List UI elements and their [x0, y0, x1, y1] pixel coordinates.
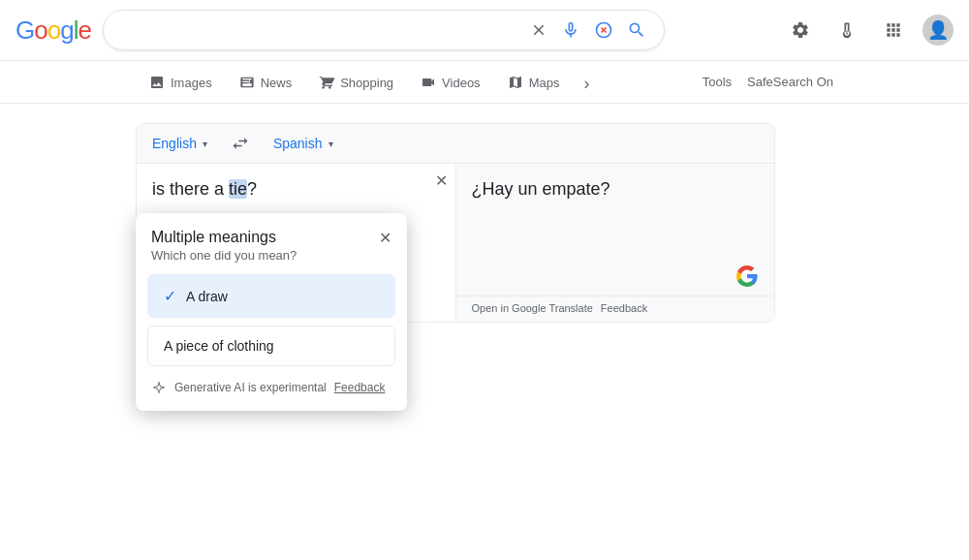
search-icons [528, 18, 648, 42]
nav-tabs: Images News Shopping Videos Maps › Tools… [0, 61, 969, 104]
swap-icon [231, 134, 250, 153]
translate-right-panel: ¿Hay un empate? Open in Google Translate… [456, 164, 775, 322]
voice-search-button[interactable] [559, 18, 582, 42]
microphone-icon [561, 20, 580, 40]
clear-search-button[interactable] [528, 19, 549, 41]
more-tabs-button[interactable]: › [573, 71, 600, 98]
search-input[interactable]: translate english to spanish [119, 21, 520, 39]
translated-text: ¿Hay un empate? [472, 179, 610, 199]
source-lang-label: English [152, 136, 197, 151]
video-nav-icon [421, 75, 436, 90]
tab-videos[interactable]: Videos [407, 65, 494, 103]
apps-button[interactable] [876, 13, 911, 47]
source-lang-arrow: ▾ [203, 139, 207, 149]
google-logo: Google [16, 16, 91, 46]
source-lang-selector[interactable]: English ▾ [137, 124, 223, 163]
avatar[interactable]: 👤 [922, 15, 953, 46]
header: Google translate english to spanish [0, 0, 969, 61]
search-bar: translate english to spanish [103, 10, 665, 50]
popup-option-draw[interactable]: ✓ A draw [147, 274, 395, 318]
labs-button[interactable] [829, 13, 864, 47]
safesearch-button[interactable]: SafeSearch On [747, 75, 833, 89]
target-lang-selector[interactable]: Spanish ▾ [258, 124, 349, 163]
option-clothing-label: A piece of clothing [164, 338, 274, 342]
popup-subtitle: Which one did you mean? [151, 248, 297, 263]
tools-button[interactable]: Tools [703, 75, 732, 89]
search-icon [627, 20, 646, 40]
popup-header: Multiple meanings Which one did you mean… [136, 213, 407, 270]
tab-news[interactable]: News [226, 65, 306, 103]
settings-button[interactable] [783, 13, 818, 47]
output-text-area: ¿Hay un empate? [456, 164, 775, 261]
header-right: 👤 [783, 13, 953, 47]
translate-header: English ▾ Spanish ▾ [137, 124, 774, 164]
tab-maps[interactable]: Maps [494, 65, 574, 103]
grid-icon [884, 20, 903, 40]
main-content: English ▾ Spanish ▾ is there a tie? ✕ Ch… [0, 104, 969, 342]
flask-icon [837, 20, 857, 40]
x-icon [530, 21, 547, 39]
multiple-meanings-popup: Multiple meanings Which one did you mean… [136, 213, 407, 342]
checkmark-icon: ✓ [164, 287, 176, 305]
popup-title: Multiple meanings [151, 229, 297, 246]
highlighted-word: tie [229, 179, 247, 199]
map-nav-icon [508, 75, 523, 90]
translate-feedback[interactable]: Feedback [601, 302, 647, 314]
clear-input-button[interactable]: ✕ [435, 171, 448, 190]
open-in-translate[interactable]: Open in Google Translate [472, 302, 593, 314]
target-lang-label: Spanish [273, 136, 323, 151]
input-text-before: is there a [152, 179, 229, 199]
image-nav-icon [149, 75, 165, 90]
gear-icon [791, 20, 810, 40]
option-draw-label: A draw [186, 289, 228, 304]
news-nav-icon [239, 75, 255, 90]
popup-close-button[interactable]: ✕ [379, 229, 391, 247]
input-text-after: ? [247, 179, 257, 199]
tab-images[interactable]: Images [136, 65, 226, 103]
shopping-nav-icon [319, 75, 334, 90]
nav-tabs-right: Tools SafeSearch On [703, 75, 833, 93]
popup-option-clothing[interactable]: A piece of clothing [147, 326, 395, 342]
lens-icon [594, 20, 613, 40]
swap-languages-button[interactable] [223, 126, 258, 161]
tab-shopping[interactable]: Shopping [305, 65, 407, 103]
google-g-logo [735, 264, 759, 288]
lens-button[interactable] [592, 18, 615, 42]
google-search-button[interactable] [625, 18, 648, 42]
target-lang-arrow: ▾ [328, 139, 333, 149]
